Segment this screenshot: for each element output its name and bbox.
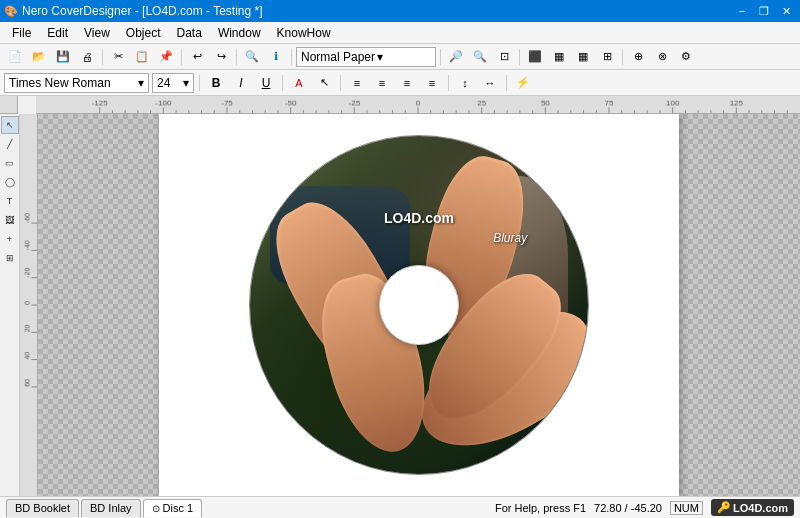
- separator8: [199, 75, 200, 91]
- select-tool[interactable]: ↖: [1, 116, 19, 134]
- extra-btn2[interactable]: ⊗: [651, 47, 673, 67]
- align-left-button[interactable]: ⬛: [524, 47, 546, 67]
- distribute-button[interactable]: ⊞: [596, 47, 618, 67]
- title-bar: 🎨 Nero CoverDesigner - [LO4D.com - Testi…: [0, 0, 800, 22]
- separator7: [622, 49, 623, 65]
- separator1: [102, 49, 103, 65]
- separator5: [440, 49, 441, 65]
- cursor-btn[interactable]: ↖: [313, 73, 335, 93]
- copy-button[interactable]: 📋: [131, 47, 153, 67]
- separator10: [340, 75, 341, 91]
- info-button[interactable]: ℹ: [265, 47, 287, 67]
- menu-file[interactable]: File: [4, 22, 39, 43]
- menu-view[interactable]: View: [76, 22, 118, 43]
- disc-center-hole: [379, 265, 459, 345]
- num-lock-indicator: NUM: [670, 501, 703, 515]
- zoom-fit-button[interactable]: ⊡: [493, 47, 515, 67]
- disc-icon: ⊙: [152, 503, 160, 514]
- text-align2[interactable]: ≡: [371, 73, 393, 93]
- new-button[interactable]: 📄: [4, 47, 26, 67]
- minimize-button[interactable]: −: [732, 2, 752, 20]
- disc-label-bluray[interactable]: Bluray: [493, 231, 527, 245]
- disc-container[interactable]: LO4D.com Bluray: [249, 135, 589, 475]
- zoom-out-button[interactable]: 🔍: [469, 47, 491, 67]
- menu-bar: File Edit View Object Data Window KnowHo…: [0, 22, 800, 44]
- main-area: ↖ ╱ ▭ ◯ T 🖼 + ⊞: [0, 114, 800, 496]
- save-button[interactable]: 💾: [52, 47, 74, 67]
- toolbox: ↖ ╱ ▭ ◯ T 🖼 + ⊞: [0, 114, 20, 496]
- ruler-left: [20, 114, 38, 496]
- redo-button[interactable]: ↪: [210, 47, 232, 67]
- open-button[interactable]: 📂: [28, 47, 50, 67]
- canvas-area[interactable]: LO4D.com Bluray: [38, 114, 800, 496]
- paper-size-dropdown[interactable]: Normal Paper ▾: [296, 47, 436, 67]
- menu-object[interactable]: Object: [118, 22, 169, 43]
- image-tool[interactable]: 🖼: [1, 211, 19, 229]
- separator4: [291, 49, 292, 65]
- font-name-dropdown[interactable]: Times New Roman ▾: [4, 73, 149, 93]
- text-align1[interactable]: ≡: [346, 73, 368, 93]
- menu-window[interactable]: Window: [210, 22, 269, 43]
- text-align3[interactable]: ≡: [396, 73, 418, 93]
- italic-button[interactable]: I: [230, 73, 252, 93]
- underline-button[interactable]: U: [255, 73, 277, 93]
- disc-outer: LO4D.com Bluray: [249, 135, 589, 475]
- status-right: For Help, press F1 72.80 / -45.20 NUM 🔑 …: [495, 499, 794, 516]
- rect-tool[interactable]: ▭: [1, 154, 19, 172]
- restore-button[interactable]: ❐: [754, 2, 774, 20]
- app-icon: 🎨: [4, 5, 18, 18]
- font-toolbar: Times New Roman ▾ 24 ▾ B I U A ↖ ≡ ≡ ≡ ≡…: [0, 70, 800, 96]
- lo4d-logo: 🔑 LO4D.com: [711, 499, 794, 516]
- separator12: [506, 75, 507, 91]
- print-button[interactable]: 🖨: [76, 47, 98, 67]
- close-button[interactable]: ✕: [776, 2, 796, 20]
- separator11: [448, 75, 449, 91]
- menu-data[interactable]: Data: [169, 22, 210, 43]
- zoom-in-button[interactable]: 🔎: [445, 47, 467, 67]
- ellipse-tool[interactable]: ◯: [1, 173, 19, 191]
- separator9: [282, 75, 283, 91]
- separator6: [519, 49, 520, 65]
- status-bar: BD Booklet BD Inlay ⊙ Disc 1 For Help, p…: [0, 496, 800, 518]
- text-tool[interactable]: T: [1, 192, 19, 210]
- ruler-canvas: [36, 96, 800, 113]
- menu-knowhow[interactable]: KnowHow: [269, 22, 339, 43]
- tab-bd-booklet[interactable]: BD Booklet: [6, 499, 79, 517]
- tab-bd-inlay[interactable]: BD Inlay: [81, 499, 141, 517]
- color-btn[interactable]: A: [288, 73, 310, 93]
- extra-btn1[interactable]: ⊕: [627, 47, 649, 67]
- spacing-btn2[interactable]: ↔: [479, 73, 501, 93]
- align-center-button[interactable]: ▦: [548, 47, 570, 67]
- help-text: For Help, press F1: [495, 502, 586, 514]
- font-dropdown-arrow: ▾: [138, 76, 144, 90]
- spacing-btn1[interactable]: ↕: [454, 73, 476, 93]
- align-right-button[interactable]: ▦: [572, 47, 594, 67]
- design-page: LO4D.com Bluray: [159, 114, 679, 496]
- tool-special2[interactable]: ⊞: [1, 249, 19, 267]
- text-align4[interactable]: ≡: [421, 73, 443, 93]
- extra-btn3[interactable]: ⚙: [675, 47, 697, 67]
- coordinates: 72.80 / -45.20: [594, 502, 662, 514]
- font-size-dropdown[interactable]: 24 ▾: [152, 73, 194, 93]
- cut-button[interactable]: ✂: [107, 47, 129, 67]
- size-dropdown-arrow: ▾: [183, 76, 189, 90]
- paste-button[interactable]: 📌: [155, 47, 177, 67]
- dropdown-arrow: ▾: [377, 50, 383, 64]
- menu-edit[interactable]: Edit: [39, 22, 76, 43]
- line-tool[interactable]: ╱: [1, 135, 19, 153]
- bold-button[interactable]: B: [205, 73, 227, 93]
- toolbar1: 📄 📂 💾 🖨 ✂ 📋 📌 ↩ ↪ 🔍 ℹ Normal Paper ▾ 🔎 🔍…: [0, 44, 800, 70]
- logo-text: LO4D.com: [733, 502, 788, 514]
- undo-button[interactable]: ↩: [186, 47, 208, 67]
- logo-icon: 🔑: [717, 501, 731, 514]
- tabs-area: BD Booklet BD Inlay ⊙ Disc 1: [6, 499, 202, 517]
- title-text: Nero CoverDesigner - [LO4D.com - Testing…: [22, 4, 263, 18]
- separator2: [181, 49, 182, 65]
- tool-special1[interactable]: +: [1, 230, 19, 248]
- separator3: [236, 49, 237, 65]
- extra-text-btn[interactable]: ⚡: [512, 73, 534, 93]
- tab-disc1[interactable]: ⊙ Disc 1: [143, 499, 203, 517]
- search-button[interactable]: 🔍: [241, 47, 263, 67]
- ruler-left-canvas: [20, 114, 37, 496]
- disc-label-lo4d[interactable]: LO4D.com: [384, 210, 454, 226]
